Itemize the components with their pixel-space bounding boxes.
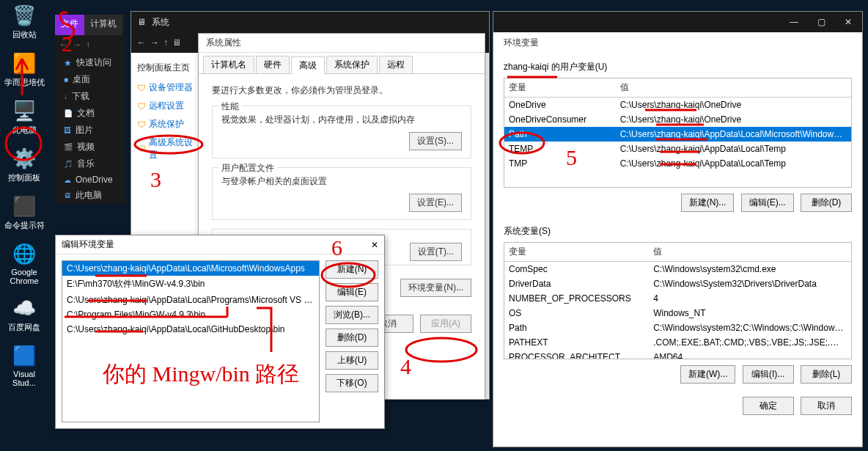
- sys-delete-button[interactable]: 删除(L): [801, 365, 852, 384]
- icon-label: Visual Stud...: [3, 370, 45, 387]
- list-item[interactable]: C:\Users\zhang-kaiqi\AppData\Local\GitHu…: [62, 322, 319, 337]
- pc-icon: 🖥️: [12, 98, 37, 123]
- desktop-icon-cpl[interactable]: ⚙️ 控制面板: [3, 146, 45, 183]
- tab-remote[interactable]: 远程: [379, 56, 413, 73]
- startup-settings-button[interactable]: 设置(T)...: [410, 243, 462, 261]
- pc-icon: 🖥: [137, 17, 146, 27]
- profile-settings-button[interactable]: 设置(E)...: [409, 194, 462, 212]
- sys-edit-button[interactable]: 编辑(I)...: [743, 365, 794, 384]
- user-vars-header: zhang-kaiqi 的用户变量(U): [504, 61, 852, 73]
- icon-label: 控制面板: [8, 172, 40, 183]
- table-row: ComSpecC:\Windows\system32\cmd.exe: [504, 262, 851, 277]
- cpl-icon: ⚙️: [12, 146, 37, 171]
- link-device-manager[interactable]: 🛡设备管理器: [137, 81, 199, 94]
- sidebar-item[interactable]: 🖼图片: [59, 122, 125, 139]
- shield-icon: 🛡: [137, 101, 146, 111]
- user-new-button[interactable]: 新建(N)...: [681, 194, 735, 212]
- icon-label: 此电脑: [12, 125, 37, 136]
- trash-icon: 🗑️: [12, 3, 37, 28]
- list-item[interactable]: C:\Program Files\MinGW-v4.9.3\bin: [62, 307, 319, 322]
- forward-icon[interactable]: →: [150, 37, 159, 48]
- desktop-icon-thispc[interactable]: 🖥️ 此电脑: [3, 98, 45, 136]
- link-remote[interactable]: 🛡远程设置: [137, 100, 199, 112]
- sys-vars-table[interactable]: 变量值 ComSpecC:\Windows\system32\cmd.exe D…: [504, 243, 851, 359]
- forward-icon[interactable]: →: [73, 40, 81, 50]
- baidu-icon: ☁️: [12, 296, 37, 320]
- sidebar-item[interactable]: ■桌面: [59, 71, 125, 88]
- close-icon[interactable]: ✕: [840, 17, 856, 27]
- user-delete-button[interactable]: 删除(D): [801, 194, 852, 212]
- list-item[interactable]: C:\Users\zhang-kaiqi\AppData\Local\Progr…: [62, 293, 319, 307]
- perf-desc: 视觉效果，处理器计划，内存使用，以及虚拟内存: [221, 114, 462, 126]
- edit-button[interactable]: 编辑(E): [326, 283, 378, 301]
- desktop-icon-app1[interactable]: 🟧 学而思培优: [3, 51, 45, 88]
- new-button[interactable]: 新建(N): [326, 260, 378, 279]
- env-vars-button[interactable]: 环境变量(N)...: [400, 279, 471, 297]
- dialog-title: 系统属性: [206, 37, 241, 49]
- path-listbox[interactable]: C:\Users\zhang-kaiqi\AppData\Local\Micro…: [62, 260, 320, 422]
- tab-file[interactable]: 文件: [55, 15, 84, 35]
- user-edit-button[interactable]: 编辑(E)...: [741, 194, 794, 212]
- desktop-icon-vscode[interactable]: 🟦 Visual Stud...: [3, 343, 45, 387]
- sidebar-item[interactable]: 🎵音乐: [59, 155, 125, 172]
- explorer-window: 文件 计算机 ← → ↑ ★快速访问 ■桌面 ↓下载 📄文档 🖼图片 🎬视频 🎵…: [55, 15, 125, 204]
- browse-button[interactable]: 浏览(B)...: [326, 306, 378, 324]
- tab-hardware[interactable]: 硬件: [256, 56, 290, 73]
- desktop-icon-chrome[interactable]: 🌐 Google Chrome: [3, 241, 45, 285]
- icon-label: Google Chrome: [3, 268, 45, 285]
- desktop-icons: 🗑️ 回收站 🟧 学而思培优 🖥️ 此电脑 ⚙️ 控制面板 ⬛ 命令提示符 🌐 …: [3, 3, 47, 387]
- profile-desc: 与登录帐户相关的桌面设置: [221, 175, 462, 188]
- shield-icon: 🛡: [137, 83, 146, 93]
- app-icon: 🟧: [12, 51, 37, 76]
- table-row: PATHEXT.COM;.EXE;.BAT;.CMD;.VBS;.VBE;.JS…: [504, 335, 851, 350]
- table-row: OneDriveConsumerC:\Users\zhang-kaiqi\One…: [504, 112, 851, 127]
- sidebar-item[interactable]: 📄文档: [59, 105, 125, 122]
- icon-label: 学而思培优: [4, 77, 45, 88]
- sidebar-item[interactable]: ↓下载: [59, 88, 125, 105]
- apply-button[interactable]: 应用(A): [420, 315, 471, 333]
- dialog-title: 环境变量: [493, 32, 862, 54]
- up-icon[interactable]: ↑: [86, 40, 90, 50]
- window-title: 系统: [152, 16, 169, 29]
- minimize-icon[interactable]: ―: [785, 17, 803, 27]
- desktop-icon-cmd[interactable]: ⬛ 命令提示符: [3, 194, 45, 231]
- desktop-icon-recycle[interactable]: 🗑️ 回收站: [3, 3, 45, 40]
- link-advanced[interactable]: 🛡高级系统设置: [137, 136, 199, 161]
- perf-settings-button[interactable]: 设置(S)...: [409, 132, 462, 150]
- user-vars-table[interactable]: 变量值 OneDriveC:\Users\zhang-kaiqi\OneDriv…: [504, 78, 851, 171]
- tab-protection[interactable]: 系统保护: [326, 56, 378, 73]
- list-item[interactable]: C:\Users\zhang-kaiqi\AppData\Local\Micro…: [62, 261, 319, 276]
- table-row: OSWindows_NT: [504, 306, 851, 320]
- back-icon[interactable]: ←: [137, 37, 146, 48]
- dialog-title: 编辑环境变量: [62, 238, 114, 251]
- shield-icon: 🛡: [137, 144, 146, 154]
- tab-advanced[interactable]: 高级: [291, 56, 325, 74]
- tab-computer[interactable]: 计算机: [84, 15, 122, 35]
- move-up-button[interactable]: 上移(U): [326, 351, 378, 370]
- delete-button[interactable]: 删除(D): [326, 329, 378, 347]
- back-icon[interactable]: ←: [59, 40, 68, 50]
- up-icon[interactable]: ↑: [163, 37, 168, 48]
- list-item[interactable]: E:\F\mh370\软件\MinGW-v4.9.3\bin: [62, 276, 319, 293]
- profile-legend: 用户配置文件: [218, 162, 277, 175]
- shield-icon: 🛡: [137, 120, 146, 130]
- move-down-button[interactable]: 下移(O): [326, 374, 378, 392]
- sys-new-button[interactable]: 新建(W)...: [680, 365, 735, 384]
- tab-computer-name[interactable]: 计算机名: [203, 56, 254, 73]
- vscode-icon: 🟦: [12, 343, 37, 368]
- maximize-icon[interactable]: ▢: [813, 17, 830, 27]
- table-row: PROCESSOR_ARCHITECT...AMD64: [504, 350, 851, 359]
- sidebar-item[interactable]: 🖥此电脑: [59, 187, 125, 204]
- table-row: TMPC:\Users\zhang-kaiqi\AppData\Local\Te…: [504, 156, 851, 171]
- cp-home[interactable]: 控制面板主页: [137, 62, 199, 74]
- sidebar-item[interactable]: 🎬视频: [59, 139, 125, 155]
- link-protection[interactable]: 🛡系统保护: [137, 118, 199, 131]
- quick-access[interactable]: ★快速访问: [59, 54, 125, 71]
- close-icon[interactable]: ✕: [371, 240, 378, 250]
- icon-label: 回收站: [12, 29, 37, 40]
- cancel-button[interactable]: 取消: [801, 397, 852, 415]
- desktop-icon-baidu[interactable]: ☁️ 百度网盘: [3, 296, 45, 333]
- sidebar-item[interactable]: ☁OneDrive: [59, 172, 125, 187]
- env-vars-dialog: ― ▢ ✕ 环境变量 zhang-kaiqi 的用户变量(U) 变量值 OneD…: [493, 11, 863, 447]
- ok-button[interactable]: 确定: [743, 397, 794, 415]
